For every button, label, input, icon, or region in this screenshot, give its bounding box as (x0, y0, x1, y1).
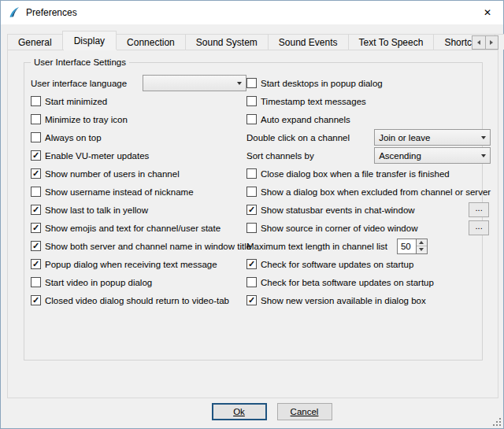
tab-sound-system[interactable]: Sound System (185, 34, 269, 50)
sort-channels-by-row: Sort channels byAscending (246, 146, 491, 165)
checkbox-label: Show emojis and text for channel/user st… (45, 224, 220, 233)
checkbox[interactable]: ✓ (31, 241, 41, 251)
cancel-button[interactable]: Cancel (277, 403, 332, 420)
checkbox-label: Closed video dialog should return to vid… (45, 296, 229, 305)
user-interface-language-combobox[interactable] (143, 75, 246, 91)
checkbox-row-enable-vu-meter-updates[interactable]: ✓Enable VU-meter updates (31, 146, 246, 165)
checkbox-row-show-both-server-and-channel-name-in-window-title[interactable]: ✓Show both server and channel name in wi… (31, 237, 246, 255)
checkbox-label: Show source in corner of video window (261, 224, 417, 233)
checkbox[interactable]: ✓ (31, 295, 41, 305)
checkbox-row-show-last-to-talk-in-yellow[interactable]: ✓Show last to talk in yellow (31, 201, 246, 219)
chevron-down-icon (476, 130, 490, 145)
checkbox-label: Show new version available in dialog box (261, 296, 426, 305)
dialog-button-row: Ok Cancel (1, 403, 503, 420)
tab-display[interactable]: Display (62, 31, 117, 50)
display-tab-page: User Interface Settings User interface l… (7, 50, 498, 398)
double-click-on-a-channel-combobox[interactable]: Join or leave (374, 129, 491, 146)
checkbox[interactable] (246, 223, 257, 233)
checkbox-label: Show statusbar events in chat-window (261, 205, 415, 215)
checkbox-row-check-for-beta-software-updates-on-startup[interactable]: Check for beta software updates on start… (246, 273, 491, 291)
checkbox-label: Show number of users in channel (45, 169, 180, 179)
show-source-in-corner-of-video-window-ellipsis-button[interactable]: ... (469, 220, 489, 235)
checkbox-row-closed-video-dialog-should-return-to-video-tab[interactable]: ✓Closed video dialog should return to vi… (31, 291, 246, 309)
checkbox-row-always-on-top[interactable]: Always on top (31, 128, 246, 146)
checkbox-row-start-minimized[interactable]: Start minimized (31, 92, 246, 110)
checkbox-row-show-statusbar-events-in-chat-window[interactable]: ✓Show statusbar events in chat-window... (246, 201, 491, 219)
checkbox-label: Start video in popup dialog (45, 278, 152, 287)
titlebar[interactable]: Preferences ✕ (1, 1, 503, 24)
group-title: User Interface Settings (31, 57, 129, 67)
checkbox-row-check-for-software-updates-on-startup[interactable]: ✓Check for software updates on startup (246, 255, 491, 273)
tab-scroller (472, 35, 498, 50)
spin-down-button[interactable] (417, 246, 427, 253)
checkbox[interactable] (31, 114, 41, 124)
double-click-on-a-channel-row: Double click on a channelJoin or leave (246, 128, 491, 146)
checkbox[interactable]: ✓ (31, 259, 41, 269)
user-interface-language-label: User interface language (31, 79, 127, 88)
checkbox-row-popup-dialog-when-receiving-text-message[interactable]: ✓Popup dialog when receiving text messag… (31, 255, 246, 273)
right-arrow-icon (490, 40, 493, 45)
tab-scroll-right-button[interactable] (486, 35, 499, 50)
resize-grip[interactable] (491, 416, 502, 427)
checkbox[interactable] (246, 96, 257, 106)
show-statusbar-events-in-chat-window-ellipsis-button[interactable]: ... (469, 202, 489, 217)
ok-button[interactable]: Ok (212, 403, 267, 420)
spin-up-button[interactable] (417, 239, 427, 247)
tab-bar: GeneralDisplayConnectionSound SystemSoun… (7, 31, 504, 50)
left-arrow-icon (477, 40, 480, 45)
checkbox-row-show-username-instead-of-nickname[interactable]: Show username instead of nickname (31, 183, 246, 201)
checkbox[interactable]: ✓ (246, 205, 257, 215)
checkbox[interactable] (246, 114, 257, 124)
checkbox-label: Always on top (45, 133, 102, 142)
tab-connection[interactable]: Connection (116, 34, 186, 50)
checkbox-row-show-a-dialog-box-when-excluded-from-channel-or-server[interactable]: Show a dialog box when excluded from cha… (246, 183, 491, 201)
user-interface-language-row: User interface language (31, 74, 246, 92)
checkbox-label: Show username instead of nickname (45, 187, 194, 197)
tab-sound-events[interactable]: Sound Events (268, 34, 349, 50)
checkbox-row-start-desktops-in-popup-dialog[interactable]: Start desktops in popup dialog (246, 74, 491, 92)
settings-columns: User interface languageStart minimizedMi… (31, 74, 478, 360)
checkbox-row-show-new-version-available-in-dialog-box[interactable]: ✓Show new version available in dialog bo… (246, 291, 491, 309)
checkbox-row-start-video-in-popup-dialog[interactable]: Start video in popup dialog (31, 273, 246, 291)
window-title: Preferences (26, 7, 77, 18)
close-button[interactable]: ✕ (472, 1, 503, 24)
checkbox[interactable]: ✓ (246, 295, 257, 305)
tab-general[interactable]: General (7, 34, 63, 50)
checkbox-row-timestamp-text-messages[interactable]: Timestamp text messages (246, 92, 491, 110)
right-column: Start desktops in popup dialogTimestamp … (246, 74, 491, 360)
tab-text-to-speech[interactable]: Text To Speech (348, 34, 435, 50)
checkbox-row-minimize-to-tray-icon[interactable]: Minimize to tray icon (31, 110, 246, 128)
checkbox[interactable]: ✓ (31, 150, 41, 161)
checkbox-row-show-emojis-and-text-for-channel-user-state[interactable]: ✓Show emojis and text for channel/user s… (31, 219, 246, 237)
checkbox-label: Show a dialog box when excluded from cha… (261, 187, 491, 197)
checkbox-row-close-dialog-box-when-a-file-transfer-is-finished[interactable]: Close dialog box when a file transfer is… (246, 165, 491, 183)
sort-channels-by-combobox[interactable]: Ascending (374, 147, 491, 164)
chevron-down-icon (232, 76, 246, 91)
checkbox-label: Start minimized (45, 97, 107, 106)
checkbox-row-auto-expand-channels[interactable]: Auto expand channels (246, 110, 491, 128)
checkbox[interactable] (31, 187, 41, 197)
checkbox-label: Start desktops in popup dialog (261, 79, 383, 88)
double-click-on-a-channel-label: Double click on a channel (246, 133, 350, 142)
checkbox[interactable] (246, 168, 257, 179)
checkbox[interactable] (246, 277, 257, 287)
checkbox[interactable]: ✓ (31, 205, 41, 215)
checkbox-label: Check for beta software updates on start… (261, 278, 434, 287)
preferences-dialog: Preferences ✕ GeneralDisplayConnectionSo… (0, 0, 504, 429)
checkbox-label: Timestamp text messages (261, 97, 366, 106)
maximum-text-length-spinbox[interactable]: 50 (397, 239, 428, 254)
combo-selected-value: Ascending (375, 151, 476, 161)
checkbox-row-show-number-of-users-in-channel[interactable]: ✓Show number of users in channel (31, 165, 246, 183)
checkbox[interactable] (246, 78, 257, 88)
checkbox[interactable]: ✓ (31, 223, 41, 233)
checkbox[interactable] (31, 132, 41, 142)
checkbox[interactable] (246, 187, 257, 197)
checkbox[interactable] (31, 277, 41, 287)
checkbox[interactable] (31, 96, 41, 106)
checkbox[interactable]: ✓ (246, 259, 257, 269)
checkbox-row-show-source-in-corner-of-video-window[interactable]: Show source in corner of video window... (246, 219, 491, 237)
tab-scroll-left-button[interactable] (472, 35, 486, 50)
maximum-text-length-label: Maximum text length in channel list (246, 242, 387, 251)
left-column: User interface languageStart minimizedMi… (31, 74, 246, 360)
checkbox[interactable]: ✓ (31, 168, 41, 179)
